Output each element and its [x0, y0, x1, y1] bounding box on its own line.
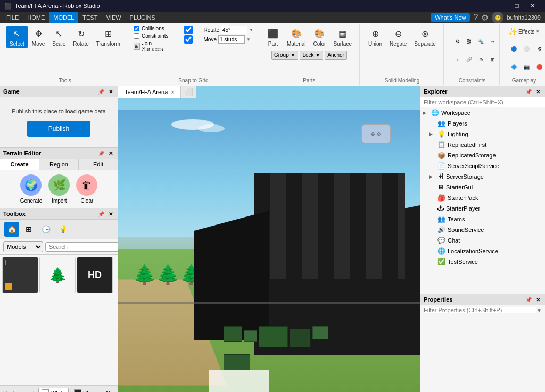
3d-scene: ⊕ ⊙ 🌲🌲🌲: [118, 98, 420, 392]
viewport-tab[interactable]: Team/FFA Arena ×: [118, 86, 181, 98]
toolbox-lightbulb-btn[interactable]: 💡: [55, 222, 70, 237]
material-tool[interactable]: 🎨 Material: [284, 26, 309, 48]
join-surfaces-checkbox[interactable]: ⊞ Join Surfaces: [134, 40, 169, 52]
toolbox-pin[interactable]: 📌: [97, 210, 105, 218]
minimize-button[interactable]: —: [493, 0, 509, 12]
effects-tool[interactable]: ✨ Effects ▼: [505, 26, 543, 37]
hd-label: HD: [88, 270, 102, 281]
terrain-tab-create[interactable]: Create: [0, 159, 39, 170]
terrain-panel-controls: 📌 ✕: [97, 149, 114, 157]
game-panel-close[interactable]: ✕: [107, 88, 114, 95]
gameplay-icon-6[interactable]: 🔴: [531, 59, 545, 76]
viewport-close[interactable]: ×: [171, 89, 174, 95]
tree-item-chat[interactable]: 💬 Chat: [420, 235, 545, 246]
lock-button[interactable]: Lock ▼: [300, 51, 323, 60]
terrain-clear-tool[interactable]: 🗑 Clear: [76, 174, 97, 204]
move-value-input[interactable]: [218, 35, 245, 44]
terrain-tab-edit[interactable]: Edit: [79, 159, 118, 170]
app-icon: ⬛: [4, 3, 12, 10]
tree-icon: 🌲: [48, 266, 67, 284]
properties-close[interactable]: ✕: [534, 296, 542, 303]
group-button[interactable]: Group ▼: [271, 51, 298, 60]
color-tool[interactable]: 🎨 Color: [310, 26, 329, 48]
maximize-button[interactable]: □: [509, 0, 525, 12]
tree-item-localizationservice[interactable]: 🌐 LocalizationService: [420, 246, 545, 256]
menu-test[interactable]: TEST: [78, 12, 102, 23]
properties-pin[interactable]: 📌: [525, 296, 532, 303]
explorer-pin[interactable]: 📌: [525, 88, 532, 95]
tree-item-lighting[interactable]: ▶ 💡 Lighting: [420, 129, 545, 139]
constraints-checkbox[interactable]: Constraints: [134, 33, 169, 39]
menu-model[interactable]: MODEL: [49, 12, 78, 23]
scale-tool[interactable]: ⤡ Scale: [49, 26, 69, 48]
startergui-label: StarterGui: [446, 184, 543, 190]
whats-new-button[interactable]: What's New: [431, 13, 470, 22]
tree-item-players[interactable]: 👥 Players: [420, 118, 545, 129]
tree-item-soundservice[interactable]: 🔊 SoundService: [420, 224, 545, 235]
properties-filter-input[interactable]: [424, 307, 536, 313]
tree-item-replicatedfirst[interactable]: 📋 ReplicatedFirst: [420, 139, 545, 150]
terrain-tools: 🌍 Generate 🌿 Import 🗑 Clear: [0, 170, 118, 208]
tree-item-startergui[interactable]: 🖥 StarterGui: [420, 182, 545, 193]
move-tool[interactable]: ✥ Move: [29, 26, 48, 48]
separate-tool[interactable]: ⊗ Separate: [411, 26, 439, 48]
tree-item-testservice[interactable]: ✅ TestService: [420, 256, 545, 267]
tree-item-workspace[interactable]: ▶ 🌐 Workspace: [420, 107, 545, 118]
move-checkbox[interactable]: Move: [175, 35, 217, 44]
toolbox-search-input[interactable]: [45, 242, 126, 252]
select-tool[interactable]: ↖ Select: [6, 26, 28, 48]
toolbox-item-3[interactable]: HD: [77, 257, 113, 293]
constraint-4[interactable]: ↔: [484, 33, 501, 50]
surface-tool[interactable]: ▦ Surface: [330, 26, 354, 48]
tree-item-starterplayer[interactable]: 🕹 StarterPlayer: [420, 203, 545, 214]
terrain-tab-region[interactable]: Region: [39, 159, 79, 170]
constraint-8[interactable]: ⊞: [484, 51, 501, 68]
gameplay-icon-3[interactable]: ⚙: [531, 40, 545, 57]
terrain-panel-close[interactable]: ✕: [107, 149, 114, 157]
constraints-label: Constraints: [459, 77, 486, 84]
toolbox-home-btn[interactable]: 🏠: [4, 222, 19, 237]
collisions-input[interactable]: [134, 26, 139, 31]
game-panel-pin[interactable]: 📌: [97, 88, 105, 95]
terrain-panel-pin[interactable]: 📌: [97, 149, 105, 157]
toolbox-item-2[interactable]: 🌲: [39, 257, 76, 293]
menu-plugins[interactable]: PLUGINS: [126, 12, 160, 23]
viewport-expand-btn[interactable]: ⬜: [181, 86, 196, 98]
terrain-generate-tool[interactable]: 🌍 Generate: [20, 174, 43, 204]
terrain-import-tool[interactable]: 🌿 Import: [48, 174, 70, 204]
menu-view[interactable]: VIEW: [102, 12, 125, 23]
rotate-value-input[interactable]: [221, 26, 247, 34]
bg-white-option[interactable]: White: [38, 388, 69, 392]
explorer-filter[interactable]: [420, 97, 545, 107]
close-button[interactable]: ✕: [525, 0, 541, 12]
toolbox-item-1[interactable]: |: [2, 257, 38, 293]
anchor-button[interactable]: Anchor: [325, 51, 347, 60]
menu-file[interactable]: FILE: [2, 12, 23, 23]
tree-item-teams[interactable]: 👥 Teams: [420, 214, 545, 224]
publish-button[interactable]: Publish: [27, 121, 90, 137]
left-panel: Game 📌 ✕ Publish this place to load game…: [0, 86, 118, 392]
rotate-checkbox[interactable]: Rotate: [175, 26, 219, 34]
move-enable[interactable]: [175, 35, 202, 44]
bg-black-option[interactable]: Black: [71, 388, 101, 392]
tree-item-replicatedstorage[interactable]: 📦 ReplicatedStorage: [420, 150, 545, 161]
toolbox-grid-btn[interactable]: ⊞: [21, 222, 36, 237]
toolbox-filter-select[interactable]: Models Plugins Audio Images Meshes Packa…: [3, 241, 43, 252]
tree-item-serverstorage[interactable]: ▶ 🗄 ServerStorage: [420, 171, 545, 182]
tree-item-starterpack[interactable]: 🎒 StarterPack: [420, 193, 545, 203]
properties-panel: Properties 📌 ✕ ▼: [420, 294, 545, 392]
tree-item-serverscriptservice[interactable]: 📄 ServerScriptService: [420, 161, 545, 171]
workspace-arrow: ▶: [423, 110, 429, 115]
collisions-checkbox[interactable]: Collisions: [134, 26, 169, 31]
menu-home[interactable]: HOME: [23, 12, 49, 23]
negate-tool[interactable]: ⊖ Negate: [386, 26, 410, 48]
rotate-tool[interactable]: ↻ Rotate: [70, 26, 92, 48]
constraints-input[interactable]: [134, 33, 139, 39]
toolbox-close[interactable]: ✕: [107, 210, 114, 218]
explorer-close[interactable]: ✕: [534, 88, 542, 95]
transform-tool[interactable]: ⊞ Transform: [93, 26, 123, 48]
union-tool[interactable]: ⊕ Union: [365, 26, 385, 48]
rotate-enable[interactable]: [175, 26, 202, 34]
toolbox-recent-btn[interactable]: 🕒: [38, 222, 53, 237]
part-tool[interactable]: ⬛ Part: [263, 26, 283, 48]
